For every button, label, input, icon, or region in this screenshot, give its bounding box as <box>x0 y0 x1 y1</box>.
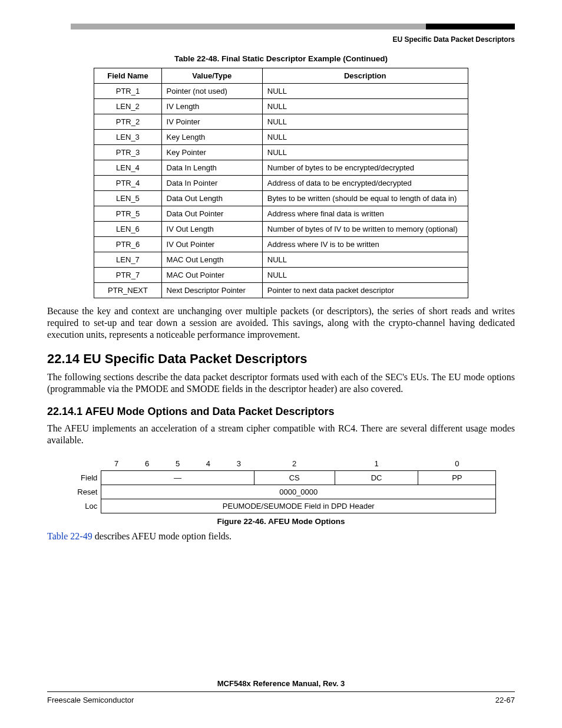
cell-description: NULL <box>262 130 468 145</box>
cell-field-name: PTR_7 <box>94 268 161 283</box>
table-row: PTR_5Data Out PointerAddress where final… <box>94 206 468 222</box>
table-row: LEN_3Key LengthNULL <box>94 130 468 145</box>
bit-4: 4 <box>193 457 223 471</box>
running-header: EU Specific Data Packet Descriptors <box>47 35 515 44</box>
cell-value-type: Key Pointer <box>161 145 262 160</box>
cell-field-name: LEN_4 <box>94 160 161 176</box>
heading-22-14: 22.14 EU Specific Data Packet Descriptor… <box>47 351 515 367</box>
cell-value-type: Key Length <box>161 130 262 145</box>
paragraph-22-14-1: The AFEU implements an acceleration of a… <box>47 423 515 446</box>
bit-6: 6 <box>132 457 163 471</box>
cell-description: NULL <box>262 268 468 283</box>
regfig-field-cs: CS <box>254 471 335 485</box>
cell-description: NULL <box>262 114 468 130</box>
footer-right: 22-67 <box>495 696 515 704</box>
table-row: PTR_NEXTNext Descriptor PointerPointer t… <box>94 283 468 298</box>
regfig-field-row: Field — CS DC PP <box>66 471 496 485</box>
th-value-type: Value/Type <box>161 68 262 84</box>
table-header-row: Field Name Value/Type Description <box>94 68 468 84</box>
th-description: Description <box>262 68 468 84</box>
cell-value-type: IV Out Pointer <box>161 237 262 252</box>
cell-description: Number of bytes to be encrypted/decrypte… <box>262 160 468 176</box>
table-row: LEN_5Data Out LengthBytes to be written … <box>94 191 468 206</box>
paragraph-after-table48: Because the key and context are unchangi… <box>47 305 515 341</box>
cell-description: NULL <box>262 145 468 160</box>
cell-description: NULL <box>262 84 468 99</box>
paragraph-after-figure: Table 22-49 describes AFEU mode option f… <box>47 531 515 542</box>
bit-3: 3 <box>223 457 254 471</box>
cell-value-type: IV Pointer <box>161 114 262 130</box>
cell-field-name: PTR_4 <box>94 176 161 191</box>
regfig-reset-row: Reset 0000_0000 <box>66 485 496 499</box>
table-row: PTR_4Data In PointerAddress of data to b… <box>94 176 468 191</box>
bit-5: 5 <box>163 457 193 471</box>
table-row: LEN_4Data In LengthNumber of bytes to be… <box>94 160 468 176</box>
bit-0: 0 <box>418 457 496 471</box>
footer-rule <box>47 691 515 692</box>
cell-field-name: LEN_5 <box>94 191 161 206</box>
bit-7: 7 <box>101 457 132 471</box>
cell-description: Number of bytes of IV to be written to m… <box>262 222 468 237</box>
cell-value-type: IV Length <box>161 99 262 114</box>
table-row: PTR_6IV Out PointerAddress where IV is t… <box>94 237 468 252</box>
regfig-reset-value: 0000_0000 <box>101 485 496 499</box>
regfig-loc-value: PEUMODE/SEUMODE Field in DPD Header <box>101 499 496 513</box>
cell-value-type: Data Out Length <box>161 191 262 206</box>
cell-value-type: Data In Length <box>161 160 262 176</box>
cell-description: Pointer to next data packet descriptor <box>262 283 468 298</box>
footer-left: Freescale Semiconductor <box>47 696 134 704</box>
page-footer: MCF548x Reference Manual, Rev. 3 Freesca… <box>47 679 515 704</box>
cell-field-name: PTR_5 <box>94 206 161 222</box>
table-row: PTR_1Pointer (not used)NULL <box>94 84 468 99</box>
cell-field-name: LEN_7 <box>94 252 161 268</box>
table-22-48: Field Name Value/Type Description PTR_1P… <box>94 68 468 298</box>
cell-field-name: PTR_NEXT <box>94 283 161 298</box>
table-row: LEN_2IV LengthNULL <box>94 99 468 114</box>
paragraph-22-14: The following sections describe the data… <box>47 371 515 395</box>
table-22-48-caption: Table 22-48. Final Static Descriptor Exa… <box>47 54 515 63</box>
cell-field-name: PTR_3 <box>94 145 161 160</box>
th-field-name: Field Name <box>94 68 161 84</box>
cell-field-name: LEN_6 <box>94 222 161 237</box>
figure-22-46-caption: Figure 22-46. AFEU Mode Options <box>47 517 515 526</box>
bit-2: 2 <box>254 457 335 471</box>
figure-22-46-register: 7 6 5 4 3 2 1 0 Field — CS DC PP Reset 0… <box>66 457 496 513</box>
regfig-row-label-loc: Loc <box>66 499 101 513</box>
table-row: LEN_6IV Out LengthNumber of bytes of IV … <box>94 222 468 237</box>
page: EU Specific Data Packet Descriptors Tabl… <box>0 0 562 728</box>
footer-book-title: MCF548x Reference Manual, Rev. 3 <box>47 679 515 688</box>
cell-field-name: PTR_1 <box>94 84 161 99</box>
cell-value-type: Data Out Pointer <box>161 206 262 222</box>
table-row: LEN_7MAC Out LengthNULL <box>94 252 468 268</box>
after-fig-text: describes AFEU mode option fields. <box>92 531 232 541</box>
cell-description: Address where IV is to be written <box>262 237 468 252</box>
cell-description: Address of data to be encrypted/decrypte… <box>262 176 468 191</box>
cell-value-type: Data In Pointer <box>161 176 262 191</box>
link-table-22-49[interactable]: Table 22-49 <box>47 531 92 541</box>
cell-field-name: PTR_2 <box>94 114 161 130</box>
table-row: PTR_3Key PointerNULL <box>94 145 468 160</box>
cell-description: NULL <box>262 99 468 114</box>
bit-1: 1 <box>335 457 418 471</box>
cell-field-name: LEN_3 <box>94 130 161 145</box>
cell-description: Bytes to be written (should be equal to … <box>262 191 468 206</box>
cell-field-name: PTR_6 <box>94 237 161 252</box>
cell-value-type: MAC Out Length <box>161 252 262 268</box>
cell-description: Address where final data is written <box>262 206 468 222</box>
heading-22-14-1: 22.14.1 AFEU Mode Options and Data Packe… <box>47 406 515 418</box>
table-row: PTR_7MAC Out PointerNULL <box>94 268 468 283</box>
table-row: PTR_2IV PointerNULL <box>94 114 468 130</box>
regfig-loc-row: Loc PEUMODE/SEUMODE Field in DPD Header <box>66 499 496 513</box>
cell-value-type: MAC Out Pointer <box>161 268 262 283</box>
cell-value-type: Pointer (not used) <box>161 84 262 99</box>
cell-value-type: IV Out Length <box>161 222 262 237</box>
regfig-field-pp: PP <box>418 471 496 485</box>
regfig-field-reserved: — <box>101 471 254 485</box>
cell-value-type: Next Descriptor Pointer <box>161 283 262 298</box>
header-rule <box>71 24 515 29</box>
regfig-bit-numbers: 7 6 5 4 3 2 1 0 <box>66 457 496 471</box>
regfig-row-label-field: Field <box>66 471 101 485</box>
regfig-field-dc: DC <box>335 471 418 485</box>
cell-field-name: LEN_2 <box>94 99 161 114</box>
regfig-row-label-reset: Reset <box>66 485 101 499</box>
